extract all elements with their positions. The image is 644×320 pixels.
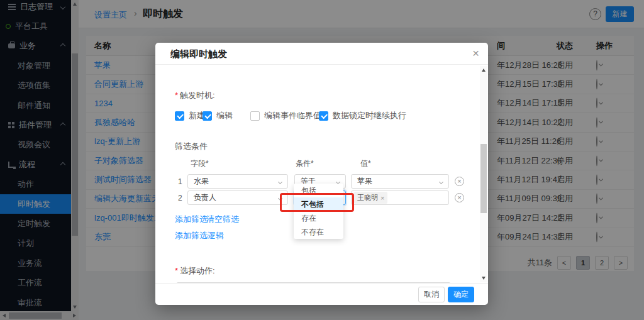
filter-row-index: 2	[178, 194, 182, 202]
checkbox-continue-on-lock[interactable]: 数据锁定时继续执行	[319, 110, 406, 121]
modal-body: *触发时机: 新建 编辑 编辑事件临界值 数据锁定时继续执行 筛选条件 字段* …	[155, 65, 480, 283]
filter-col-value: 值*	[360, 158, 371, 169]
required-asterisk: *	[175, 266, 178, 275]
checkbox-label: 编辑	[216, 110, 233, 121]
scrollbar-thumb[interactable]	[480, 144, 487, 213]
select-value: 水果	[194, 176, 209, 187]
chevron-down-icon	[278, 180, 282, 184]
checkbox-label: 数据锁定时继续执行	[333, 110, 406, 121]
chevron-down-icon	[278, 196, 282, 201]
dropdown-option-not-exists[interactable]: 不存在	[294, 225, 343, 239]
add-filter-logic-link[interactable]: 添加筛选逻辑	[175, 230, 224, 241]
select-action-label: *选择动作:	[175, 265, 215, 277]
checkbox-new[interactable]: 新建	[175, 110, 205, 121]
modal-title: 编辑即时触发	[170, 48, 227, 60]
modal-footer: 取消 确定	[155, 283, 488, 305]
tag-remove-icon[interactable]: ×	[380, 194, 384, 202]
filter-value-select-1[interactable]: 苹果	[351, 174, 449, 189]
required-asterisk: *	[175, 91, 178, 100]
confirm-button[interactable]: 确定	[448, 287, 474, 302]
filter-section-label: 筛选条件	[175, 141, 208, 152]
checkbox-unchecked-icon[interactable]	[250, 111, 260, 121]
dropdown-option-include[interactable]: 包括	[294, 184, 343, 197]
condition-dropdown: 包括 不包括 存在 不存在	[294, 184, 343, 239]
filter-col-field: 字段*	[191, 158, 209, 169]
remove-filter-row-icon[interactable]: ×	[455, 177, 464, 186]
scroll-down-icon[interactable]	[482, 277, 486, 280]
dropdown-option-exists[interactable]: 存在	[294, 211, 343, 225]
scroll-up-icon[interactable]	[482, 69, 486, 72]
checkbox-checked-icon[interactable]	[203, 111, 212, 121]
modal-scrollbar[interactable]	[480, 66, 487, 282]
checkbox-checked-icon[interactable]	[319, 111, 328, 121]
checkbox-checked-icon[interactable]	[175, 111, 184, 121]
chevron-down-icon	[439, 180, 443, 184]
trigger-timing-label: *触发时机:	[175, 90, 215, 101]
filter-col-condition: 条件*	[296, 158, 314, 169]
remove-filter-row-icon[interactable]: ×	[455, 193, 464, 202]
filter-field-select-2[interactable]: 负责人	[187, 190, 288, 205]
select-value: 苹果	[357, 176, 372, 187]
edit-instant-trigger-modal: 编辑即时触发 × *触发时机: 新建 编辑 编辑事件临界值 数据锁定时继续执行	[155, 43, 488, 305]
filter-value-input-2[interactable]: 王晓明 ×	[351, 190, 449, 205]
checkbox-label: 编辑事件临界值	[264, 110, 321, 121]
close-icon[interactable]: ×	[472, 46, 479, 61]
clear-filter-link[interactable]: 清空筛选	[206, 214, 239, 225]
checkbox-edit-event-threshold[interactable]: 编辑事件临界值	[250, 110, 321, 121]
value-tag: 王晓明 ×	[354, 192, 387, 204]
filter-field-select-1[interactable]: 水果	[187, 174, 288, 189]
checkbox-edit[interactable]: 编辑	[203, 110, 233, 121]
app-screen: 日志管理 平台工具 业务 对象管理 选项值集 邮件通知	[0, 0, 644, 320]
modal-header: 编辑即时触发 ×	[155, 43, 488, 65]
add-filter-link[interactable]: 添加筛选	[175, 214, 208, 225]
filter-row-index: 1	[178, 177, 182, 186]
dropdown-option-not-include[interactable]: 不包括	[294, 197, 343, 211]
cancel-button[interactable]: 取消	[418, 287, 445, 302]
select-value: 负责人	[194, 192, 216, 203]
tag-label: 王晓明	[357, 193, 378, 202]
